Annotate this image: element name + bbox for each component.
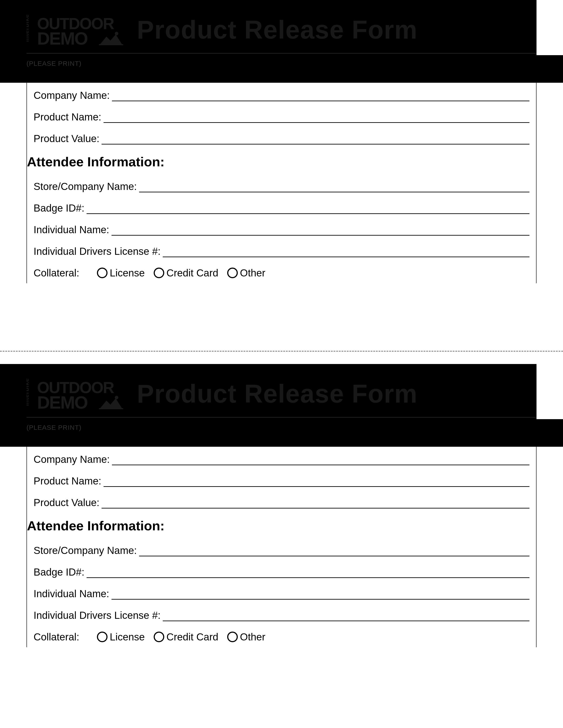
- drivers-license-row: Individual Drivers License #:: [34, 245, 529, 257]
- badge-id-label: Badge ID#:: [34, 566, 86, 578]
- title-rule: [26, 417, 537, 418]
- corner-notch: [537, 0, 563, 55]
- radio-icon: [97, 632, 107, 642]
- company-name-input[interactable]: [112, 455, 529, 465]
- collateral-option-license[interactable]: License: [97, 267, 145, 279]
- svg-text:DEMO: DEMO: [37, 393, 87, 410]
- product-value-row: Product Value:: [34, 497, 529, 508]
- collateral-option-other[interactable]: Other: [227, 631, 265, 643]
- header-bar: Interbike OUTDOOR DEMO Product Release F…: [0, 0, 563, 83]
- store-company-label: Store/Company Name:: [34, 544, 139, 556]
- badge-id-input[interactable]: [86, 568, 529, 578]
- outdoor-demo-logo: Interbike OUTDOOR DEMO: [26, 377, 124, 410]
- radio-icon: [154, 632, 164, 642]
- svg-text:DEMO: DEMO: [37, 29, 87, 46]
- svg-rect-4: [99, 44, 123, 45]
- option-label: Credit Card: [166, 267, 218, 279]
- title-rule: [26, 53, 537, 54]
- mountain-icon: [99, 32, 123, 45]
- collateral-row: Collateral: License Credit Card Other: [34, 631, 529, 643]
- option-label: Other: [240, 631, 265, 643]
- attendee-heading: Attendee Information:: [27, 518, 529, 533]
- drivers-license-row: Individual Drivers License #:: [34, 609, 529, 621]
- individual-name-row: Individual Name:: [34, 588, 529, 600]
- product-value-label: Product Value:: [34, 497, 102, 508]
- product-name-row: Product Name:: [34, 111, 529, 123]
- individual-name-input[interactable]: [111, 225, 529, 236]
- logo-vertical-text: Interbike: [26, 14, 30, 42]
- option-label: License: [110, 267, 145, 279]
- attendee-heading: Attendee Information:: [27, 154, 529, 169]
- product-value-row: Product Value:: [34, 133, 529, 144]
- radio-icon: [154, 268, 164, 278]
- store-company-input[interactable]: [139, 546, 529, 556]
- please-print-note: (PLEASE PRINT): [26, 424, 537, 440]
- form-body: Company Name: Product Name: Product Valu…: [26, 447, 537, 647]
- product-name-input[interactable]: [103, 477, 529, 487]
- drivers-license-input[interactable]: [163, 611, 529, 621]
- collateral-label: Collateral:: [34, 631, 79, 643]
- collateral-row: Collateral: License Credit Card Other: [34, 267, 529, 279]
- svg-marker-3: [100, 34, 122, 44]
- store-company-label: Store/Company Name:: [34, 180, 139, 192]
- option-label: License: [110, 631, 145, 643]
- product-name-row: Product Name:: [34, 475, 529, 487]
- option-label: Credit Card: [166, 631, 218, 643]
- header-bar: Interbike OUTDOOR DEMO Product Release F…: [0, 364, 563, 447]
- outdoor-demo-logo: Interbike OUTDOOR DEMO: [26, 13, 124, 46]
- individual-name-label: Individual Name:: [34, 224, 111, 236]
- company-name-row: Company Name:: [34, 453, 529, 465]
- radio-icon: [227, 632, 238, 642]
- store-company-input[interactable]: [139, 182, 529, 192]
- logo-title-row: Interbike OUTDOOR DEMO Product Release F…: [26, 373, 537, 417]
- collateral-option-credit-card[interactable]: Credit Card: [154, 631, 218, 643]
- svg-point-7: [115, 396, 118, 399]
- company-name-row: Company Name:: [34, 89, 529, 101]
- drivers-license-label: Individual Drivers License #:: [34, 245, 163, 257]
- product-value-input[interactable]: [102, 134, 529, 144]
- drivers-license-label: Individual Drivers License #:: [34, 609, 163, 621]
- form-body: Company Name: Product Name: Product Valu…: [26, 83, 537, 283]
- tear-line: [0, 351, 563, 352]
- product-name-label: Product Name:: [34, 475, 103, 487]
- radio-icon: [97, 268, 107, 278]
- collateral-label: Collateral:: [34, 267, 79, 279]
- company-name-input[interactable]: [112, 91, 529, 101]
- individual-name-label: Individual Name:: [34, 588, 111, 600]
- product-name-label: Product Name:: [34, 111, 103, 123]
- logo-vertical-text: Interbike: [26, 378, 30, 406]
- mountain-icon: [99, 396, 123, 409]
- form-copy-bottom: Interbike OUTDOOR DEMO Product Release F…: [0, 364, 563, 715]
- badge-id-input[interactable]: [86, 204, 529, 214]
- collateral-option-other[interactable]: Other: [227, 267, 265, 279]
- radio-icon: [227, 268, 238, 278]
- svg-rect-9: [99, 408, 123, 409]
- collateral-option-credit-card[interactable]: Credit Card: [154, 267, 218, 279]
- collateral-option-license[interactable]: License: [97, 631, 145, 643]
- form-title: Product Release Form: [137, 379, 418, 409]
- product-name-input[interactable]: [103, 113, 529, 123]
- company-name-label: Company Name:: [34, 89, 112, 101]
- individual-name-input[interactable]: [111, 589, 529, 600]
- page: Interbike OUTDOOR DEMO Product Release F…: [0, 0, 563, 728]
- badge-id-label: Badge ID#:: [34, 202, 86, 214]
- form-copy-top: Interbike OUTDOOR DEMO Product Release F…: [0, 0, 563, 351]
- form-title: Product Release Form: [137, 15, 418, 45]
- corner-notch: [537, 364, 563, 419]
- company-name-label: Company Name:: [34, 453, 112, 465]
- product-value-input[interactable]: [102, 498, 529, 508]
- badge-id-row: Badge ID#:: [34, 202, 529, 214]
- store-company-row: Store/Company Name:: [34, 544, 529, 556]
- option-label: Other: [240, 267, 265, 279]
- drivers-license-input[interactable]: [163, 247, 529, 257]
- please-print-note: (PLEASE PRINT): [26, 60, 537, 76]
- individual-name-row: Individual Name:: [34, 224, 529, 236]
- svg-marker-8: [100, 398, 122, 408]
- badge-id-row: Badge ID#:: [34, 566, 529, 578]
- product-value-label: Product Value:: [34, 133, 102, 144]
- svg-point-2: [115, 32, 118, 35]
- logo-title-row: Interbike OUTDOOR DEMO Product Release F…: [26, 9, 537, 53]
- store-company-row: Store/Company Name:: [34, 180, 529, 192]
